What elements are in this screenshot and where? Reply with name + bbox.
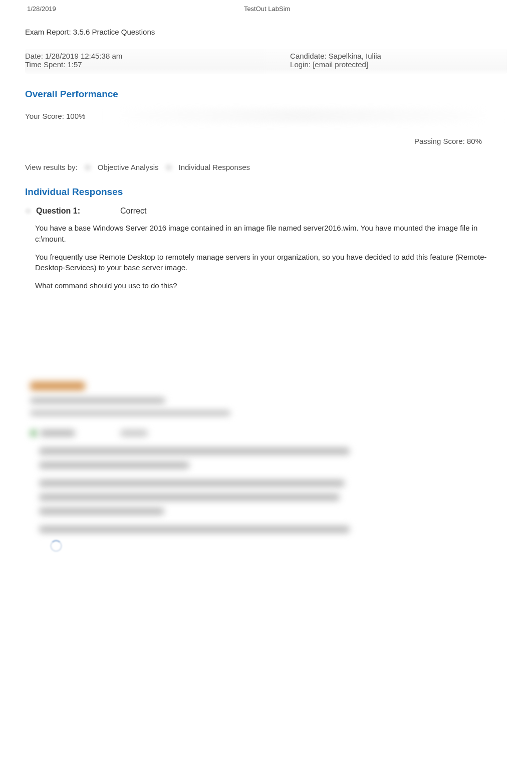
- redacted-line: [39, 480, 345, 487]
- redacted-line: [39, 508, 164, 515]
- question-1-p2: You frequently use Remote Desktop to rem…: [35, 252, 507, 274]
- overall-performance-heading: Overall Performance: [25, 89, 507, 100]
- report-time-spent: Time Spent: 1:57: [25, 60, 290, 69]
- redacted-line: [39, 526, 350, 533]
- radio-individual-responses[interactable]: [165, 163, 173, 171]
- header-date: 1/28/2019: [25, 5, 244, 13]
- question-1-p3: What command should you use to do this?: [35, 280, 507, 291]
- redacted-line: [39, 448, 350, 455]
- redacted-line: [30, 398, 165, 404]
- question-1-header: Question 1: Correct: [25, 207, 507, 216]
- passing-score-label: Passing Score: 80%: [25, 137, 507, 145]
- report-login: Login: [email protected]: [290, 60, 507, 69]
- redacted-line: [39, 462, 189, 469]
- filter-option-objective[interactable]: Objective Analysis: [98, 163, 159, 171]
- filter-option-individual[interactable]: Individual Responses: [179, 163, 250, 171]
- loading-spinner-icon: [50, 540, 62, 552]
- filter-label: View results by:: [25, 163, 78, 171]
- redacted-content: [30, 381, 507, 552]
- redacted-line: [39, 494, 340, 501]
- page-header: 1/28/2019 TestOut LabSim: [25, 5, 507, 13]
- redacted-line: [120, 430, 148, 437]
- redacted-heading: [30, 381, 85, 391]
- question-1-body: You have a base Windows Server 2016 imag…: [35, 223, 507, 291]
- report-date: Date: 1/28/2019 12:45:38 am: [25, 52, 290, 60]
- redacted-line: [40, 430, 75, 437]
- question-1-p1: You have a base Windows Server 2016 imag…: [35, 223, 507, 245]
- individual-responses-heading: Individual Responses: [25, 186, 507, 198]
- redacted-line: [30, 411, 230, 416]
- header-app-title: TestOut LabSim: [244, 5, 507, 13]
- question-1-title: Question 1:: [36, 207, 80, 216]
- report-meta: Date: 1/28/2019 12:45:38 am Time Spent: …: [25, 49, 507, 74]
- redacted-status-icon: [30, 430, 37, 437]
- your-score-label: Your Score: 100%: [25, 112, 85, 120]
- radio-objective-analysis[interactable]: [84, 163, 92, 171]
- redacted-question-header: [30, 430, 507, 437]
- score-bar-placeholder: [100, 109, 507, 123]
- question-bullet-icon: [25, 208, 31, 214]
- view-results-filter: View results by: Objective Analysis Indi…: [25, 163, 507, 171]
- report-title: Exam Report: 3.5.6 Practice Questions: [25, 28, 507, 36]
- report-candidate: Candidate: Sapelkina, Iuliia: [290, 52, 507, 60]
- question-1-status: Correct: [120, 207, 146, 216]
- score-row: Your Score: 100%: [25, 109, 507, 123]
